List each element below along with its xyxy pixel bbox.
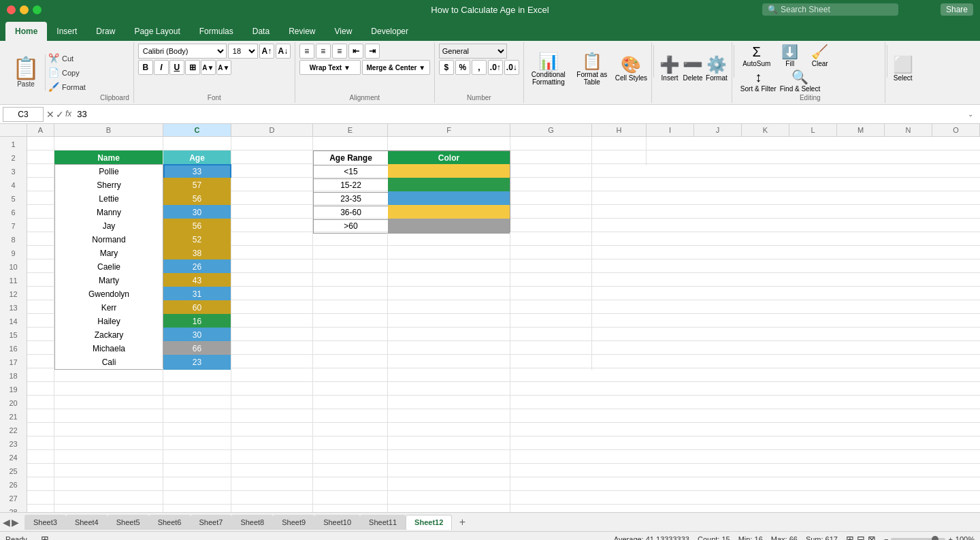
cell-d16[interactable] (231, 341, 313, 356)
cell-a3[interactable] (27, 164, 54, 179)
sort-filter-button[interactable]: ↕️ Sort & Filter (740, 69, 777, 93)
cell-a2[interactable] (27, 150, 54, 165)
tab-formulas[interactable]: Formulas (190, 22, 243, 41)
cell-f1[interactable] (388, 137, 510, 152)
wrap-text-button[interactable]: Wrap Text ▼ (299, 60, 361, 75)
percent-button[interactable]: % (455, 60, 470, 75)
cell-d14[interactable] (231, 314, 313, 329)
tab-view[interactable]: View (325, 22, 362, 41)
cell-f7[interactable] (388, 219, 510, 234)
cell-a5[interactable] (27, 191, 54, 206)
col-header-b[interactable]: B (54, 124, 163, 136)
col-header-f[interactable]: F (388, 124, 510, 136)
cell-e5[interactable]: 23-35 (313, 191, 388, 206)
cell-f14[interactable] (388, 314, 510, 329)
cell-g13[interactable] (510, 300, 592, 315)
cell-g2[interactable] (510, 150, 592, 165)
cell-b1[interactable] (54, 137, 163, 152)
select-button[interactable]: ⬜ Select (893, 55, 913, 82)
decimal-increase-button[interactable]: .0↑ (488, 60, 503, 75)
col-header-j[interactable]: J (694, 124, 742, 136)
cell-e3[interactable]: <15 (313, 164, 388, 179)
cell-c7[interactable]: 56 (163, 219, 231, 234)
sheet-tab-sheet9[interactable]: Sheet9 (273, 515, 314, 530)
cell-c10[interactable]: 26 (163, 259, 231, 274)
expand-formula-bar-button[interactable]: ⌄ (964, 108, 977, 121)
tab-developer[interactable]: Developer (361, 22, 418, 41)
decrease-font-button[interactable]: A↓ (276, 44, 291, 59)
cell-c6[interactable]: 30 (163, 205, 231, 220)
sheet-tab-sheet5[interactable]: Sheet5 (108, 515, 149, 530)
font-color-button[interactable]: A▼ (216, 60, 231, 75)
scroll-right-icon[interactable]: ▶ (12, 517, 19, 528)
sheet-tab-sheet8[interactable]: Sheet8 (231, 515, 273, 530)
search-bar[interactable]: 🔍 Search Sheet (762, 3, 898, 16)
cell-d7[interactable] (231, 219, 313, 234)
align-right-button[interactable]: ≡ (332, 44, 347, 59)
cell-a10[interactable] (27, 259, 54, 274)
cell-c16[interactable]: 66 (163, 341, 231, 356)
tab-insert[interactable]: Insert (47, 22, 86, 41)
col-header-n[interactable]: N (885, 124, 932, 136)
number-format-select[interactable]: General (439, 44, 507, 59)
cell-e15[interactable] (313, 328, 388, 343)
window-controls[interactable] (7, 5, 42, 14)
cell-e12[interactable] (313, 287, 388, 302)
font-size-select[interactable]: 18 (228, 44, 258, 59)
cell-e16[interactable] (313, 341, 388, 356)
cell-d8[interactable] (231, 232, 313, 247)
cell-f13[interactable] (388, 300, 510, 315)
cell-b5[interactable]: Lettie (54, 191, 163, 206)
cell-d2[interactable] (231, 150, 313, 165)
cell-e17[interactable] (313, 355, 388, 370)
cell-b4[interactable]: Sherry (54, 178, 163, 193)
page-layout-view-button[interactable]: ⊟ (857, 534, 865, 541)
cancel-formula-icon[interactable]: ✕ (46, 109, 54, 120)
cell-g6[interactable] (510, 205, 592, 220)
cell-g8[interactable] (510, 232, 592, 247)
italic-button[interactable]: I (154, 60, 169, 75)
increase-font-button[interactable]: A↑ (259, 44, 274, 59)
cell-g15[interactable] (510, 328, 592, 343)
cell-g7[interactable] (510, 219, 592, 234)
insert-function-icon[interactable]: fx (65, 109, 71, 120)
cell-c5[interactable]: 56 (163, 191, 231, 206)
cell-d10[interactable] (231, 259, 313, 274)
cell-f9[interactable] (388, 246, 510, 261)
copy-button[interactable]: 📄 Copy (46, 66, 100, 79)
cell-e1[interactable] (313, 137, 388, 152)
cell-g4[interactable] (510, 178, 592, 193)
sheet-tab-sheet7[interactable]: Sheet7 (191, 515, 232, 530)
cell-d3[interactable] (231, 164, 313, 179)
sheet-tab-sheet3[interactable]: Sheet3 (24, 515, 66, 530)
cell-c4[interactable]: 57 (163, 178, 231, 193)
cell-a11[interactable] (27, 273, 54, 288)
clear-button[interactable]: 🧹 Clear (806, 44, 834, 67)
sheet-tab-sheet12[interactable]: Sheet12 (406, 515, 452, 530)
scroll-left-icon[interactable]: ◀ (3, 517, 10, 528)
cell-styles-button[interactable]: 🎨 Cell Styles (615, 55, 647, 82)
cell-e7[interactable]: >60 (313, 219, 388, 234)
tab-data[interactable]: Data (243, 22, 279, 41)
cell-a7[interactable] (27, 219, 54, 234)
sheet-tab-sheet4[interactable]: Sheet4 (66, 515, 108, 530)
cell-e9[interactable] (313, 246, 388, 261)
cell-h2[interactable] (592, 150, 647, 165)
border-button[interactable]: ⊞ (185, 60, 200, 75)
fill-color-button[interactable]: A▼ (201, 60, 216, 75)
cell-e14[interactable] (313, 314, 388, 329)
cell-a8[interactable] (27, 232, 54, 247)
cut-button[interactable]: ✂️ Cut (46, 52, 100, 65)
cell-g11[interactable] (510, 273, 592, 288)
cell-g14[interactable] (510, 314, 592, 329)
cell-c11[interactable]: 43 (163, 273, 231, 288)
cell-f5[interactable] (388, 191, 510, 206)
cell-d13[interactable] (231, 300, 313, 315)
cell-d4[interactable] (231, 178, 313, 193)
cell-e11[interactable] (313, 273, 388, 288)
cell-e6[interactable]: 36-60 (313, 205, 388, 220)
col-header-m[interactable]: M (837, 124, 885, 136)
cell-b13[interactable]: Kerr (54, 300, 163, 315)
indent-increase-button[interactable]: ⇥ (365, 44, 380, 59)
cell-b7[interactable]: Jay (54, 219, 163, 234)
